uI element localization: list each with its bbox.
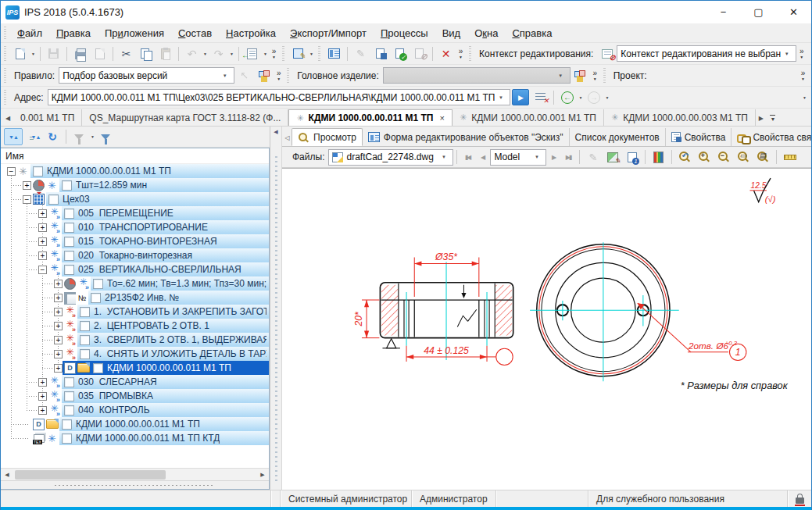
- tab-close-icon[interactable]: ×: [439, 113, 444, 123]
- collapse-icon[interactable]: [23, 195, 31, 204]
- tree-row-checkbox[interactable]: [62, 419, 72, 430]
- copy-button[interactable]: [137, 45, 155, 62]
- scrollbar-thumb[interactable]: [15, 470, 166, 480]
- edit-object-button[interactable]: [352, 45, 370, 62]
- tree-row[interactable]: КДМИ 1000.00.00.011 М1 ТП: [1, 361, 269, 375]
- first-layout-button[interactable]: ◀: [460, 149, 475, 166]
- toolbar-grip[interactable]: [285, 68, 291, 83]
- document-tab[interactable]: QS_Маршрутная карта ГОСТ 3.1118-82 (Ф...: [82, 109, 288, 126]
- tree-row[interactable]: КДМИ 1000.00.00.011 М1 ТП КТД: [1, 431, 269, 445]
- head-product-structure-button[interactable]: [571, 66, 589, 84]
- tree-row-content[interactable]: 4. СНЯТЬ И УЛОЖИТЬ ДЕТАЛЬ В ТАРУ: [77, 347, 269, 361]
- toolbar-grip[interactable]: [317, 46, 322, 61]
- undo-dropdown[interactable]: [202, 45, 209, 62]
- tree-row-checkbox[interactable]: [80, 335, 90, 345]
- redo-dropdown[interactable]: [228, 45, 235, 62]
- expand-icon[interactable]: [54, 350, 63, 358]
- tree-row-content[interactable]: КДМИ 1000.00.00.011 М1 ТП: [91, 361, 269, 375]
- tree-row[interactable]: 005 ПЕРЕМЕЩЕНИЕ: [1, 206, 269, 220]
- tree-row-checkbox[interactable]: [64, 237, 74, 247]
- tree-row-content[interactable]: Тшт=12.859 мин: [59, 178, 269, 192]
- tree-row-content[interactable]: 020 Токарно-винторезная: [62, 248, 269, 262]
- expand-icon[interactable]: [38, 406, 47, 415]
- expand-icon[interactable]: [23, 181, 31, 190]
- tree-row[interactable]: 030 СЛЕСАРНАЯ: [1, 375, 269, 389]
- annotate-button[interactable]: [623, 148, 641, 166]
- tree-row[interactable]: 015 ТОКАРНО-ВИНТОРЕЗНАЯ: [1, 234, 269, 248]
- viewer-tab-sketch-form[interactable]: Форма редактирование объектов "Эскиз": [363, 128, 570, 146]
- expand-icon[interactable]: [54, 294, 63, 302]
- tree-row[interactable]: 020 Токарно-винторезная: [1, 248, 269, 262]
- expand-icon[interactable]: [38, 237, 47, 246]
- expand-icon[interactable]: [38, 392, 47, 401]
- back-button[interactable]: [558, 88, 576, 106]
- undo-button[interactable]: [183, 45, 201, 62]
- toolbar-overflow-button[interactable]: [796, 45, 807, 62]
- zoom-in-button[interactable]: +: [696, 148, 714, 166]
- tree-column-header[interactable]: Имя: [1, 148, 269, 164]
- zoom-page-button[interactable]: ▤: [754, 148, 772, 166]
- menu-edit[interactable]: Правка: [49, 27, 98, 39]
- tree-horizontal-scrollbar[interactable]: ◀ ▶: [1, 468, 269, 480]
- tree-row-content[interactable]: 1. УСТАНОВИТЬ И ЗАКРЕПИТЬ ЗАГОТО: [77, 305, 269, 319]
- expand-icon[interactable]: [38, 251, 47, 260]
- last-layout-button[interactable]: ▶: [561, 149, 576, 166]
- tree-row-content[interactable]: 2. ЦЕНТРОВАТЬ 2 ОТВ. 1: [77, 319, 269, 333]
- image-edit-button[interactable]: [603, 148, 621, 166]
- tree-row[interactable]: 2. ЦЕНТРОВАТЬ 2 ОТВ. 1: [1, 319, 269, 333]
- viewer-tab-properties[interactable]: Свойства: [666, 128, 732, 146]
- tree-row-content[interactable]: КДМИ 1000.00.00.011 М1 ТП: [59, 417, 269, 431]
- previous-layout-button[interactable]: ◀: [475, 149, 490, 166]
- document-tab[interactable]: 0.001 М1 ТП: [13, 109, 82, 126]
- save-button[interactable]: [45, 45, 63, 62]
- tree-row[interactable]: 035 ПРОМЫВКА: [1, 389, 269, 403]
- layers-button[interactable]: [649, 148, 667, 166]
- cut-button[interactable]: [117, 45, 135, 62]
- tree-row-content[interactable]: 015 ТОКАРНО-ВИНТОРЕЗНАЯ: [62, 234, 269, 248]
- zoom-out-button[interactable]: −: [715, 148, 733, 166]
- menu-file[interactable]: Файл: [10, 27, 49, 39]
- tree-row-content[interactable]: КДМИ 1000.00.00.011 М1 ТП КТД: [59, 431, 269, 445]
- expand-icon[interactable]: [38, 209, 47, 218]
- back-dropdown[interactable]: [577, 88, 584, 106]
- rule-combo-arrow[interactable]: [219, 68, 231, 83]
- filter-dropdown[interactable]: [89, 128, 96, 146]
- document-tab[interactable]: ✳КДМИ 1000.00.00.003 М1 ТП: [604, 109, 756, 126]
- collapse-icon[interactable]: [38, 266, 47, 274]
- tree-row[interactable]: 1. УСТАНОВИТЬ И ЗАКРЕПИТЬ ЗАГОТО: [1, 305, 269, 319]
- toolbar-overflow-button[interactable]: [456, 45, 466, 62]
- toolbar-grip[interactable]: [281, 46, 286, 61]
- toolbar-options-button[interactable]: [801, 88, 808, 106]
- tab-scroll-right-button[interactable]: ▶: [756, 110, 767, 126]
- save-object-button[interactable]: [371, 45, 389, 62]
- tree-row-checkbox[interactable]: [64, 209, 74, 219]
- tab-list-menu-button[interactable]: [767, 110, 779, 126]
- viewer-tab-link-properties[interactable]: Свойства связи: [732, 128, 812, 146]
- file-combo-arrow[interactable]: [438, 150, 449, 165]
- tree-row-checkbox[interactable]: [91, 293, 101, 303]
- tree-row-checkbox[interactable]: [64, 265, 74, 275]
- address-combo-arrow[interactable]: [495, 90, 506, 105]
- forward-dropdown[interactable]: [603, 88, 610, 106]
- tree-row-checkbox[interactable]: [64, 251, 74, 261]
- menu-help[interactable]: Справка: [505, 27, 559, 39]
- tree-row-checkbox[interactable]: [64, 391, 74, 401]
- minimize-button[interactable]: −: [706, 1, 741, 23]
- tree-row-checkbox[interactable]: [33, 166, 43, 177]
- layout-combo[interactable]: Model: [490, 149, 546, 166]
- filter-settings-button[interactable]: [96, 128, 115, 145]
- scroll-left-arrow[interactable]: ◀: [1, 469, 13, 481]
- sort-descending-button[interactable]: ▼▲: [4, 128, 23, 145]
- document-tab[interactable]: ✳КДМИ 1000.00.00.001 М1 ТП: [453, 109, 604, 126]
- expand-icon[interactable]: [38, 223, 47, 232]
- toolbar-overflow-button[interactable]: [269, 45, 279, 62]
- refresh-button[interactable]: [43, 128, 62, 145]
- tree-row[interactable]: 4. СНЯТЬ И УЛОЖИТЬ ДЕТАЛЬ В ТАРУ: [1, 347, 269, 361]
- tree-row-checkbox[interactable]: [80, 307, 90, 317]
- toolbar-overflow-button[interactable]: [590, 66, 600, 84]
- form-view-button[interactable]: [325, 45, 343, 62]
- scrollbar-track[interactable]: [13, 469, 256, 481]
- toolbar-overflow-button[interactable]: [274, 66, 284, 84]
- expand-icon[interactable]: [54, 280, 63, 288]
- panel-splitter[interactable]: ◀: [270, 127, 282, 490]
